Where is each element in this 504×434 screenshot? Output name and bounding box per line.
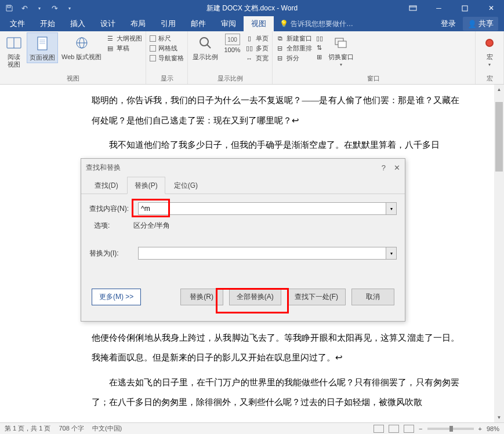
view-read-icon[interactable]	[374, 425, 384, 433]
scroll-thumb[interactable]	[495, 102, 503, 172]
zoom-slider[interactable]	[427, 428, 474, 430]
split-icon: ⊟	[276, 54, 284, 63]
draft-view-button[interactable]: ▤草稿	[106, 44, 142, 53]
tab-review[interactable]: 审阅	[213, 16, 244, 31]
dialog-title-text: 查找和替换	[86, 163, 121, 173]
ruler-checkbox[interactable]: 标尺	[150, 34, 184, 43]
tab-view[interactable]: 视图	[244, 16, 274, 31]
status-bar: 第 1 页，共 1 页 708 个字 中文(中国) − + 98%	[0, 422, 504, 434]
side-icon: ▯▯	[316, 34, 324, 42]
svg-rect-1	[409, 6, 416, 10]
quick-access-toolbar: ↶ ▾ ↷ ▾	[0, 3, 74, 13]
sync-icon: ⇅	[316, 43, 324, 52]
help-icon[interactable]: ?	[382, 163, 386, 172]
tab-mailings[interactable]: 邮件	[183, 16, 213, 31]
multi-page-icon: ▯▯	[245, 45, 253, 53]
status-word-count[interactable]: 708 个字	[59, 424, 84, 433]
find-dropdown-icon[interactable]: ▾	[386, 202, 397, 215]
switch-window-button[interactable]: 切换窗口 ▾	[326, 32, 356, 68]
options-value: 区分全/半角	[133, 221, 170, 231]
group-label-views: 视图	[2, 74, 143, 83]
read-mode-button[interactable]: 阅读 视图	[2, 32, 26, 70]
scroll-down-icon[interactable]: ▼	[494, 413, 504, 422]
dropdown-caret-icon: ▾	[340, 62, 342, 67]
group-label-zoom: 显示比例	[190, 74, 269, 83]
tab-layout[interactable]: 布局	[123, 16, 153, 31]
replace-button[interactable]: 替换(R)	[180, 289, 223, 305]
title-bar: ↶ ▾ ↷ ▾ 新建 DOCX 文档.docx - Word ─ ✕	[0, 0, 504, 16]
more-button[interactable]: 更多(M) >>	[92, 289, 141, 305]
sync-scroll-button: ⇅	[316, 43, 324, 52]
outline-view-button[interactable]: ☰大纲视图	[106, 34, 142, 43]
minimize-button[interactable]: ─	[426, 0, 452, 16]
scroll-up-icon[interactable]: ▲	[494, 85, 504, 94]
web-layout-icon	[72, 34, 91, 52]
vertical-scrollbar[interactable]: ▲ ▼	[494, 85, 504, 422]
tab-references[interactable]: 引用	[153, 16, 183, 31]
caret-down-icon[interactable]: ▾	[35, 3, 44, 13]
redo-icon[interactable]: ↷	[50, 3, 59, 13]
gridlines-checkbox[interactable]: 网格线	[150, 44, 184, 53]
replace-input[interactable]	[138, 247, 386, 260]
zoom-in-icon[interactable]: +	[478, 425, 482, 432]
one-page-button[interactable]: ▯单页	[245, 34, 269, 43]
menu-bar: 文件 开始 插入 设计 布局 引用 邮件 审阅 视图 💡 告诉我您想要做什… 登…	[0, 16, 504, 31]
find-next-button[interactable]: 查找下一处(F)	[287, 289, 346, 305]
replace-dropdown-icon[interactable]: ▾	[386, 247, 397, 260]
page-width-button[interactable]: ↔页宽	[245, 54, 269, 63]
new-window-button[interactable]: ⧉新建窗口	[276, 34, 312, 43]
zoom-slider-thumb[interactable]	[449, 426, 453, 432]
web-layout-button[interactable]: Web 版式视图	[59, 32, 104, 62]
tab-file[interactable]: 文件	[2, 16, 32, 31]
multi-page-button[interactable]: ▯▯多页	[245, 44, 269, 53]
draft-icon: ▤	[106, 45, 114, 53]
zoom-100-button[interactable]: 100 100%	[222, 32, 242, 55]
arrange-all-button[interactable]: ⊟全部重排	[276, 44, 312, 53]
find-input[interactable]	[138, 202, 386, 215]
ribbon: 阅读 视图 页面视图 Web 版式视图 ☰大纲视图 ▤草稿 视图 标尺 网格线 …	[0, 31, 504, 85]
save-icon[interactable]	[5, 3, 14, 13]
dialog-close-icon[interactable]: ✕	[394, 163, 400, 172]
zoom-percent[interactable]: 98%	[487, 425, 499, 432]
page-width-icon: ↔	[245, 54, 253, 63]
cancel-button[interactable]: 取消	[351, 289, 394, 305]
status-page[interactable]: 第 1 页，共 1 页	[5, 424, 50, 433]
tab-insert[interactable]: 插入	[63, 16, 93, 31]
dialog-tabs: 查找(D) 替换(P) 定位(G)	[81, 176, 405, 194]
find-replace-dialog: 查找和替换 ? ✕ 查找(D) 替换(P) 定位(G) 查找内容(N): ▾ 选…	[81, 158, 405, 322]
replace-label: 替换为(I):	[89, 249, 133, 258]
group-label-window: 窗口	[275, 74, 473, 83]
dialog-titlebar[interactable]: 查找和替换 ? ✕	[81, 159, 405, 176]
nav-pane-checkbox[interactable]: 导航窗格	[150, 54, 184, 63]
ribbon-group-show: 标尺 网格线 导航窗格 显示	[146, 31, 188, 84]
maximize-button[interactable]	[452, 0, 478, 16]
svg-rect-3	[462, 6, 467, 11]
print-layout-button[interactable]: 页面视图	[27, 32, 58, 63]
qat-caret-icon[interactable]: ▾	[65, 3, 74, 13]
share-button[interactable]: 👤 共享	[463, 17, 498, 31]
tab-find[interactable]: 查找(D)	[87, 177, 126, 194]
view-print-icon[interactable]	[389, 425, 399, 433]
find-label: 查找内容(N):	[89, 204, 133, 214]
arrange-icon: ⊟	[276, 45, 284, 53]
view-web-icon[interactable]	[404, 425, 414, 433]
split-button[interactable]: ⊟拆分	[276, 54, 312, 63]
tab-home[interactable]: 开始	[32, 16, 63, 31]
status-language[interactable]: 中文(中国)	[92, 424, 122, 433]
svg-rect-16	[338, 41, 346, 48]
tab-replace[interactable]: 替换(P)	[127, 177, 165, 194]
login-link[interactable]: 登录	[441, 19, 456, 29]
ribbon-options-icon[interactable]	[400, 0, 426, 16]
group-label-macros: 宏	[478, 74, 501, 83]
zoom-out-icon[interactable]: −	[419, 425, 422, 432]
tab-goto[interactable]: 定位(G)	[166, 177, 205, 194]
tell-me[interactable]: 💡 告诉我您想要做什…	[274, 16, 353, 31]
macros-button[interactable]: 宏 ▾	[478, 32, 501, 68]
replace-all-button[interactable]: 全部替换(A)	[229, 289, 281, 305]
outline-icon: ☰	[106, 35, 114, 43]
zoom-button[interactable]: 显示比例	[190, 32, 220, 62]
close-button[interactable]: ✕	[478, 0, 504, 16]
bulb-icon: 💡	[280, 20, 288, 28]
tab-design[interactable]: 设计	[93, 16, 123, 31]
undo-icon[interactable]: ↶	[20, 3, 29, 13]
